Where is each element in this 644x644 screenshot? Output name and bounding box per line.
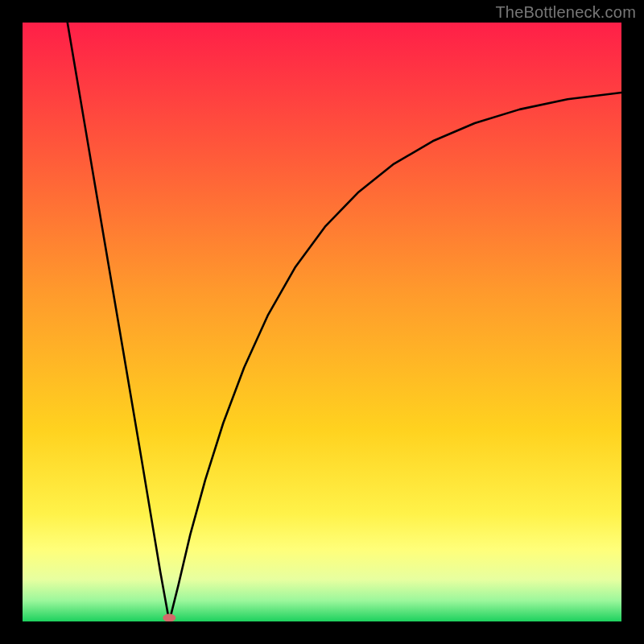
gradient-background <box>23 23 621 621</box>
watermark-label: TheBottleneck.com <box>495 3 636 22</box>
chart-frame <box>23 23 621 621</box>
bottleneck-curve-chart <box>23 23 621 621</box>
